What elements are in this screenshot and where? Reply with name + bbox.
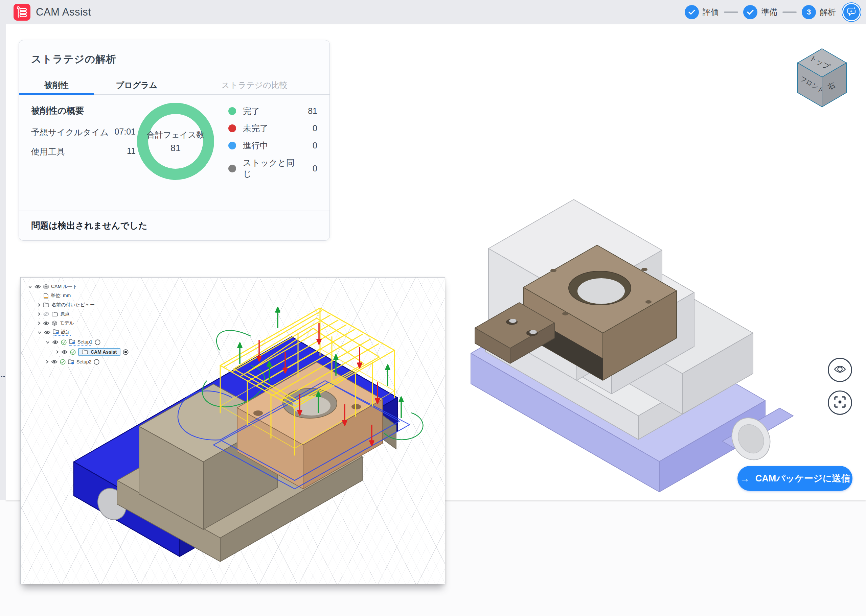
setup-folder-icon xyxy=(68,359,74,365)
workflow-stepper: 評価 準備 3 解析 xyxy=(685,0,861,24)
machinability-summary: 被削性の概要 予想サイクルタイム 07:01 使用工具 11 合計フェイス数 8… xyxy=(19,95,329,211)
main-model-svg xyxy=(408,100,834,529)
legend-same-as-stock: ストックと同じ 0 xyxy=(228,157,317,179)
legend-dot-red xyxy=(228,124,236,132)
eye-icon xyxy=(833,365,846,375)
panel-tabs: 被削性 プログラム ストラテジの比較 xyxy=(19,76,329,95)
stepper-connector xyxy=(783,11,797,13)
folder-icon xyxy=(52,312,58,316)
chevron-down-icon[interactable] xyxy=(46,341,50,344)
check-icon xyxy=(743,5,757,19)
radio-on-icon[interactable] xyxy=(123,349,129,355)
radio-off-icon[interactable] xyxy=(94,359,99,365)
visibility-button[interactable] xyxy=(828,358,852,382)
eye-icon[interactable] xyxy=(44,330,50,335)
tab-machinability[interactable]: 被削性 xyxy=(19,76,94,94)
chevron-right-icon[interactable] xyxy=(38,303,41,307)
tab-strategy-comparison[interactable]: ストラテジの比較 xyxy=(179,76,329,94)
tree-item-setup2[interactable]: Setup2 xyxy=(43,357,102,366)
step-label: 評価 xyxy=(702,7,719,17)
send-to-cam-button[interactable]: → CAMパッケージに送信 xyxy=(737,466,852,491)
total-faces-donut: 合計フェイス数 81 xyxy=(137,103,214,180)
tree-item-label: CAM ルート xyxy=(51,284,77,290)
step-evaluation[interactable]: 評価 xyxy=(685,5,719,19)
inset-viewport-window[interactable]: CAM ルート 単位: mm 名前の付いたビュー 原点 xyxy=(20,277,445,584)
eye-icon[interactable] xyxy=(51,359,58,364)
app-header: CAM Assist 評価 準備 3 解析 xyxy=(0,0,866,24)
chevron-right-icon[interactable] xyxy=(56,350,59,354)
stat-value: 07:01 xyxy=(114,127,135,138)
main-model-3d[interactable] xyxy=(408,100,834,529)
chevron-right-icon[interactable] xyxy=(46,360,49,364)
tree-item-cam-root[interactable]: CAM ルート xyxy=(25,282,80,291)
stat-tools-used: 使用工具 11 xyxy=(31,146,135,157)
step-analysis[interactable]: 3 解析 xyxy=(802,5,836,19)
step-number: 3 xyxy=(802,5,816,19)
tree-item-label: 単位: mm xyxy=(51,293,71,299)
stat-label: 予想サイクルタイム xyxy=(31,127,109,138)
legend-complete: 完了 81 xyxy=(228,105,317,117)
legend-incomplete: 未完了 0 xyxy=(228,123,317,134)
chat-sparkle-icon xyxy=(846,6,857,18)
tree-item-units[interactable]: 単位: mm xyxy=(41,291,73,300)
fit-view-button[interactable] xyxy=(828,390,852,415)
panel-drag-handle-icon[interactable] xyxy=(1,376,5,378)
tree-item-label: 名前の付いたビュー xyxy=(51,302,95,308)
view-cube[interactable]: トップ フロント 右 xyxy=(793,47,851,111)
chevron-right-icon[interactable] xyxy=(38,321,41,325)
eye-icon[interactable] xyxy=(43,321,49,325)
component-icon xyxy=(43,284,49,289)
tree-item-label: モデル xyxy=(60,320,74,326)
tree-item-label: Setup2 xyxy=(76,359,91,365)
feedback-button[interactable] xyxy=(842,3,861,21)
inset-model-3d[interactable] xyxy=(61,296,447,583)
selected-item-chip[interactable]: CAM Assist xyxy=(78,348,120,356)
strategy-analysis-panel: ストラテジの解析 被削性 プログラム ストラテジの比較 被削性の概要 予想サイク… xyxy=(19,40,330,241)
legend-in-progress: 進行中 0 xyxy=(228,140,317,151)
no-issues-message: 問題は検出されませんでした xyxy=(19,211,329,240)
summary-heading: 被削性の概要 xyxy=(31,105,135,117)
document-icon xyxy=(44,293,48,299)
check-circle-icon xyxy=(70,349,76,355)
active-tab-underline xyxy=(19,93,94,95)
setup-folder-icon xyxy=(53,329,59,335)
folder-icon xyxy=(43,303,49,307)
tree-item-settings[interactable]: 設定 xyxy=(35,328,73,337)
check-circle-icon xyxy=(60,359,66,365)
tree-item-model[interactable]: モデル xyxy=(35,319,77,328)
legend-dot-gray xyxy=(228,165,236,173)
tree-item-named-views[interactable]: 名前の付いたビュー xyxy=(35,300,98,310)
tree-item-label: Setup1 xyxy=(77,339,92,344)
eye-icon[interactable] xyxy=(61,350,68,354)
panel-title: ストラテジの解析 xyxy=(19,40,329,66)
eye-icon[interactable] xyxy=(35,284,41,289)
chevron-right-icon[interactable] xyxy=(38,312,41,316)
component-icon xyxy=(52,321,57,326)
tree-item-cam-assist[interactable]: CAM Assist xyxy=(53,347,131,356)
cam-assist-logo-icon xyxy=(14,4,30,20)
legend-dot-blue xyxy=(228,141,236,149)
radio-off-icon[interactable] xyxy=(95,339,101,345)
tree-item-label: 設定 xyxy=(61,329,71,335)
tree-item-origin[interactable]: 原点 xyxy=(35,310,72,319)
eye-icon[interactable] xyxy=(52,340,58,344)
stat-label: 使用工具 xyxy=(31,146,65,157)
stat-cycle-time: 予想サイクルタイム 07:01 xyxy=(31,127,135,138)
tab-program[interactable]: プログラム xyxy=(94,76,179,94)
folder-icon xyxy=(82,350,88,354)
eye-off-icon[interactable] xyxy=(43,312,49,316)
donut-value: 81 xyxy=(170,143,181,154)
chevron-down-icon[interactable] xyxy=(38,331,42,334)
focus-target-icon xyxy=(834,396,846,409)
chevron-down-icon[interactable] xyxy=(28,285,32,288)
arrow-right-icon: → xyxy=(740,473,750,484)
tree-item-setup1[interactable]: Setup1 xyxy=(43,338,103,347)
send-to-cam-label: CAMパッケージに送信 xyxy=(756,472,850,484)
step-preparation[interactable]: 準備 xyxy=(743,5,777,19)
check-circle-icon xyxy=(61,339,67,345)
app-title: CAM Assist xyxy=(36,0,91,24)
step-label: 準備 xyxy=(761,7,777,17)
step-label: 解析 xyxy=(820,7,836,17)
status-legend: 完了 81 未完了 0 進行中 0 ストックと同じ 0 xyxy=(228,105,317,211)
setup-folder-icon xyxy=(69,339,75,344)
